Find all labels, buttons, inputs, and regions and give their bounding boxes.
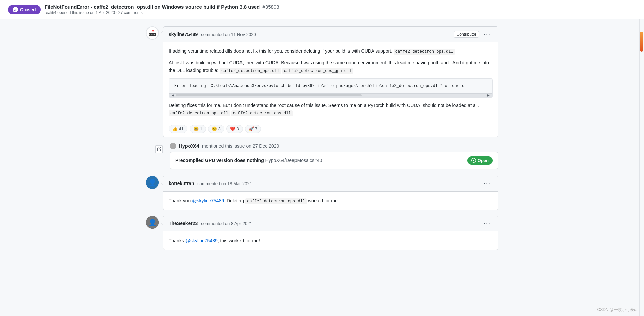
code-inline-1: caffe2_detectron_ops.dll [394, 49, 455, 55]
comment-author-seeker: TheSeeker23 [169, 221, 198, 226]
mention-icon-wrap [152, 143, 166, 156]
comment-author-area-seeker: TheSeeker23 commented on 8 Apr 2021 [169, 221, 252, 226]
mention-content: HypoX64 mentioned this issue on 27 Dec 2… [170, 143, 498, 169]
scroll-right-arrow[interactable]: ▶ [486, 93, 491, 98]
comment-date: commented on 11 Nov 2020 [201, 32, 256, 37]
external-link-icon [155, 145, 163, 153]
page-scrollbar-thumb[interactable] [640, 32, 643, 52]
code-dll-kotte: caffe2_detectron_ops.dll [245, 198, 307, 204]
timeline: I ❤ LINUX skyline75489 commented on 11 N… [146, 26, 498, 255]
code-block-wrapper: Error loading "C:\tools\Anaconda3\envs\p… [169, 78, 493, 98]
mention-username: HypoX64 [179, 143, 199, 149]
comment-author: skyline75489 [169, 32, 198, 37]
comment-para-3: Deleting fixes this for me. But I don't … [169, 102, 493, 117]
more-options-button-kotte[interactable]: ··· [482, 179, 493, 188]
issue-title: FileNotFoundError - caffe2_detectron_ops… [45, 4, 279, 10]
comment-author-area: skyline75489 commented on 11 Nov 2020 [169, 32, 256, 37]
comment-arrow-seeker-inner [161, 220, 164, 225]
avatar-skyline: I ❤ LINUX [146, 26, 159, 40]
comment-header-right: Contributor ··· [454, 30, 493, 38]
avatar-theseeker: 👤 [146, 216, 159, 229]
page-scrollbar[interactable] [639, 0, 644, 262]
code-inline-2: caffe2_detectron_ops.dll [220, 68, 281, 74]
code-scrollbar[interactable]: ◀ ▶ [169, 93, 492, 97]
reaction-thumbsup[interactable]: 👍 41 [169, 125, 187, 133]
comment-body-theseeker: Thanks @skyline75489, this worked for me… [163, 231, 498, 250]
comment-author-area-kotte: kottekuttan commented on 18 Mar 2021 [169, 181, 252, 186]
comment-author-kotte: kottekuttan [169, 181, 194, 186]
more-options-button[interactable]: ··· [482, 30, 493, 38]
code-inline-4: caffe2_detectron_ops.dll [169, 110, 230, 116]
reaction-smile[interactable]: 😄 1 [190, 125, 206, 133]
reactions-skyline: 👍 41 😄 1 😕 3 ❤️ 3 🚀 7 [163, 122, 498, 137]
comment-skyline: I ❤ LINUX skyline75489 commented on 11 N… [146, 26, 498, 137]
comment-arrow-inner [161, 31, 164, 36]
code-inline-3: caffe2_detectron_ops_gpu.dll [282, 68, 354, 74]
comment-header-theseeker: TheSeeker23 commented on 8 Apr 2021 ··· [163, 216, 498, 231]
mention-header-row: HypoX64 mentioned this issue on 27 Dec 2… [170, 143, 498, 149]
reaction-heart[interactable]: ❤️ 3 [226, 125, 243, 133]
mention-event-hypox64: HypoX64 mentioned this issue on 27 Dec 2… [151, 143, 498, 169]
mention-user-avatar [170, 143, 176, 149]
closed-badge: Closed [8, 5, 41, 14]
comment-box-skyline: skyline75489 commented on 11 Nov 2020 Co… [163, 26, 498, 137]
comment-para-2: At first I was building without CUDA, th… [169, 59, 493, 74]
comment-header-kottekuttan: kottekuttan commented on 18 Mar 2021 ··· [163, 176, 498, 192]
more-options-button-seeker[interactable]: ··· [482, 219, 493, 228]
mention-link-box: Precompiled GPU version does nothing Hyp… [170, 152, 498, 169]
mention-skyline-link-2[interactable]: @skyline75489 [185, 238, 218, 243]
code-inline-5: caffe2_detectron_ops.dll [231, 110, 293, 116]
comment-box-theseeker: TheSeeker23 commented on 8 Apr 2021 ··· … [163, 216, 498, 250]
mention-link-ref[interactable]: HypoX64/DeepMosaics#40 [265, 158, 322, 163]
avatar-kottekuttan: 👤 [146, 176, 159, 189]
code-block: Error loading "C:\tools\Anaconda3\envs\p… [169, 79, 492, 93]
main-content: I ❤ LINUX skyline75489 commented on 11 N… [138, 19, 506, 262]
check-circle-icon [13, 7, 18, 12]
comment-body-skyline: If adding vcruntime related dlls does no… [163, 42, 498, 122]
comment-date-seeker: commented on 8 Apr 2021 [201, 221, 252, 226]
reaction-confused[interactable]: 😕 3 [208, 125, 224, 133]
comment-text-seeker: Thanks @skyline75489, this worked for me… [169, 237, 493, 244]
mention-skyline-link[interactable]: @skyline75489 [192, 198, 224, 203]
comment-arrow-kotte-inner [161, 180, 164, 186]
scrollbar-thumb[interactable] [176, 94, 362, 96]
comment-text-kotte: Thank you @skyline75489, Deleting caffe2… [169, 197, 493, 205]
open-badge: Open [467, 156, 493, 165]
issue-header: Closed FileNotFoundError - caffe2_detect… [0, 0, 644, 19]
issue-meta: realiti4 opened this issue on 1 Apr 2020… [45, 10, 279, 15]
comment-header-skyline: skyline75489 commented on 11 Nov 2020 Co… [163, 27, 498, 42]
issue-title-area: FileNotFoundError - caffe2_detectron_ops… [45, 4, 279, 15]
comment-date-kotte: commented on 18 Mar 2021 [197, 181, 252, 186]
comment-header-right-seeker: ··· [482, 219, 493, 228]
comment-theseeker23: 👤 TheSeeker23 commented on 8 Apr 2021 ··… [146, 216, 498, 250]
comment-box-kottekuttan: kottekuttan commented on 18 Mar 2021 ···… [163, 176, 498, 210]
comment-para-1: If adding vcruntime related dlls does no… [169, 47, 493, 55]
mention-link-title: Precompiled GPU version does nothing Hyp… [175, 158, 322, 163]
reaction-rocket[interactable]: 🚀 7 [245, 125, 261, 133]
comment-body-kottekuttan: Thank you @skyline75489, Deleting caffe2… [163, 192, 498, 210]
scroll-left-arrow[interactable]: ◀ [170, 93, 176, 98]
comment-header-right-kotte: ··· [482, 179, 493, 188]
comment-kottekuttan: 👤 kottekuttan commented on 18 Mar 2021 ·… [146, 176, 498, 210]
scrollbar-track [176, 94, 486, 96]
contributor-badge: Contributor [454, 31, 479, 38]
mention-action-text: mentioned this issue on 27 Dec 2020 [202, 143, 279, 149]
